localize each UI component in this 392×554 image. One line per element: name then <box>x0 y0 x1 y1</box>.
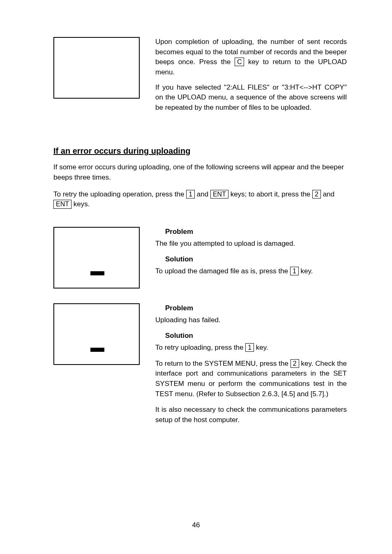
key-ent-a: ENT <box>210 190 228 199</box>
problem-heading-1: Problem <box>165 227 347 237</box>
screen-error-failed <box>53 303 140 365</box>
key-1-a: 1 <box>186 190 195 199</box>
sol2-l1-after: key. <box>254 344 268 351</box>
key-1-c: 1 <box>245 343 254 352</box>
upload-complete-text: Upon completion of uploading, the number… <box>155 37 347 118</box>
sol1-before: To upload the damaged file as is, press … <box>155 267 290 275</box>
problem-heading-2: Problem <box>165 303 347 314</box>
intro2-c: keys; to abort it, press the <box>228 190 312 198</box>
solution-line3: It is also necessary to check the commun… <box>155 405 347 425</box>
intro2-a: To retry the uploading operation, press … <box>53 190 186 198</box>
solution-heading-1: Solution <box>165 254 347 265</box>
screen-error-damaged <box>53 227 140 289</box>
key-ent-b: ENT <box>53 200 71 208</box>
key-2-b: 2 <box>291 359 299 368</box>
intro-para-2: To retry the uploading operation, press … <box>53 189 347 210</box>
cursor-rect <box>90 271 104 275</box>
para2: If you have selected "2:ALL FILES" or "3… <box>155 83 347 113</box>
intro-para-1: If some error occurs during uploading, o… <box>53 162 347 182</box>
problem-text-2: Uploading has failed. <box>155 315 347 325</box>
solution-line1: To retry uploading, press the 1 key. <box>155 343 347 353</box>
sol1-after: key. <box>299 267 313 275</box>
sol2-l2-before: To return to the SYSTEM MENU, press the <box>155 360 291 367</box>
key-2-a: 2 <box>312 190 321 199</box>
key-1-b: 1 <box>290 267 299 275</box>
key-c: C <box>235 58 244 66</box>
intro2-d: and <box>321 190 334 198</box>
solution-line2: To return to the SYSTEM MENU, press the … <box>155 359 347 399</box>
solution-text-1: To upload the damaged file as is, press … <box>155 266 347 277</box>
intro2-b: and <box>195 190 210 198</box>
cursor-rect-2 <box>90 348 104 352</box>
section-heading: If an error occurs during uploading <box>53 146 347 156</box>
problem-text-1: The file you attempted to upload is dama… <box>155 239 347 249</box>
sol2-l1-before: To retry uploading, press the <box>155 344 245 351</box>
screen-upload-complete <box>53 37 140 99</box>
solution-heading-2: Solution <box>165 331 347 341</box>
intro2-e: keys. <box>71 200 90 208</box>
page-number: 46 <box>0 521 392 529</box>
